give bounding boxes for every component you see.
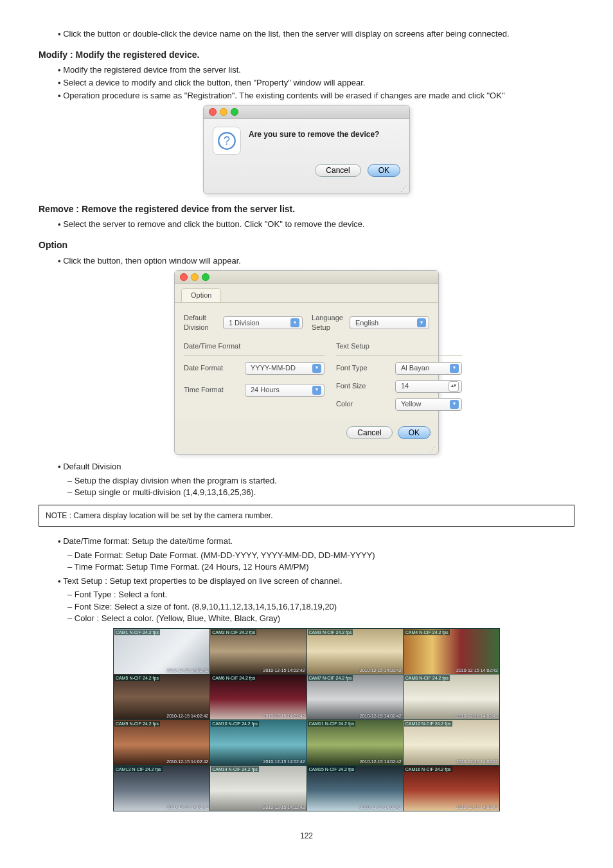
camera-label: CAM6 N-CIF 24.2 fps — [211, 675, 256, 681]
cancel-button[interactable]: Cancel — [346, 426, 392, 439]
resize-grip-icon[interactable]: ⋰ — [175, 446, 438, 455]
camera-cell[interactable]: CAM15 N-CIF 24.2 fps2010-12-15 14:02:42 — [307, 766, 403, 811]
language-value: English — [355, 318, 378, 328]
remove-dialog-text: Are you sure to remove the device? — [249, 127, 379, 140]
default-division-value: 1 Division — [229, 318, 260, 328]
resize-grip-icon[interactable]: ⋰ — [204, 185, 409, 194]
chevron-down-icon: ▾ — [417, 318, 426, 327]
time-format-value: 24 Hours — [251, 385, 280, 395]
remove-dialog-titlebar — [204, 105, 409, 119]
option-dialog-titlebar — [175, 271, 438, 284]
chevron-down-icon: ▾ — [312, 364, 321, 373]
camera-cell[interactable]: CAM16 N-CIF 24.2 fps2010-12-15 14:02:42 — [404, 766, 499, 811]
page-number: 122 — [39, 831, 574, 841]
camera-cell[interactable]: CAM1 N-CIF 24.2 fps2010-12-15 14:02:42 — [114, 629, 209, 674]
font-size-stepper[interactable]: 14▴▾ — [395, 380, 462, 393]
date-format-select[interactable]: YYYY-MM-DD▾ — [245, 362, 324, 375]
default-division-select[interactable]: 1 Division▾ — [223, 316, 303, 329]
zoom-icon[interactable] — [231, 108, 238, 116]
camera-timestamp: 2010-12-15 14:02:42 — [456, 667, 498, 673]
dtf-heading: Date/Time format: Setup the date/time fo… — [39, 536, 574, 547]
ts-sub3: Color : Select a color. (Yellow, Blue, W… — [67, 613, 574, 624]
camera-timestamp: 2010-12-15 14:02:42 — [263, 713, 305, 719]
chevron-down-icon: ▾ — [290, 318, 299, 327]
close-icon[interactable] — [180, 273, 188, 281]
dd-sub1: Setup the display division when the prog… — [67, 475, 574, 487]
camera-cell[interactable]: CAM5 N-CIF 24.2 fps2010-12-15 14:02:42 — [114, 674, 209, 719]
textsetup-b: Text Setup : Setup text properties to be… — [58, 575, 574, 587]
camera-cell[interactable]: CAM4 N-CIF 24.2 fps2010-12-15 14:02:42 — [404, 629, 499, 674]
color-select[interactable]: Yellow▾ — [395, 398, 462, 411]
option-dialog: Option Default Division 1 Division▾ Lang… — [174, 270, 439, 455]
modify-b3: Operation procedure is same as "Registra… — [58, 90, 574, 102]
color-value: Yellow — [401, 399, 421, 409]
date-time-format-label: Date/Time Format — [184, 341, 324, 351]
minimize-icon[interactable] — [220, 108, 227, 116]
camera-timestamp: 2010-12-15 14:02:42 — [456, 804, 498, 810]
chevron-down-icon: ▾ — [312, 386, 321, 395]
camera-label: CAM8 N-CIF 24.2 fps — [404, 675, 450, 681]
ok-button[interactable]: OK — [368, 164, 400, 177]
color-label: Color — [336, 399, 395, 409]
camera-cell[interactable]: CAM8 N-CIF 24.2 fps2010-12-15 14:02:42 — [404, 674, 499, 719]
camera-label: CAM5 N-CIF 24.2 fps — [114, 675, 160, 681]
camera-timestamp: 2010-12-15 14:02:42 — [263, 667, 305, 673]
camera-label: CAM12 N-CIF 24.2 fps — [404, 721, 452, 727]
time-format-select[interactable]: 24 Hours▾ — [245, 384, 324, 397]
camera-timestamp: 2010-12-15 14:02:42 — [360, 713, 402, 719]
camera-cell[interactable]: CAM6 N-CIF 24.2 fps2010-12-15 14:02:42 — [210, 674, 306, 719]
textsetup-sub: Font Type : Select a font. Font Size: Se… — [39, 589, 574, 624]
camera-cell[interactable]: CAM9 N-CIF 24.2 fps2010-12-15 14:02:42 — [114, 720, 209, 765]
option-tab[interactable]: Option — [181, 288, 221, 302]
camera-cell[interactable]: CAM7 N-CIF 24.2 fps2010-12-15 14:02:42 — [307, 674, 403, 719]
cancel-button[interactable]: Cancel — [315, 164, 360, 177]
font-type-select[interactable]: Al Bayan▾ — [395, 362, 462, 375]
modify-title: Modify : Modify the registered device. — [39, 49, 574, 61]
camera-timestamp: 2010-12-15 14:02:42 — [166, 804, 208, 810]
font-type-value: Al Bayan — [401, 363, 429, 373]
camera-cell[interactable]: CAM3 N-CIF 24.2 fps2010-12-15 14:02:42 — [307, 629, 403, 674]
camera-timestamp: 2010-12-15 14:02:42 — [360, 759, 402, 764]
font-size-label: Font Size — [336, 381, 395, 391]
minimize-icon[interactable] — [191, 273, 199, 281]
option-b1: Click the button, then option window wil… — [58, 255, 574, 267]
option-title: Option — [39, 239, 574, 251]
dtf-sub1: Date Format: Setup Date Format. (MM-DD-Y… — [67, 550, 574, 561]
date-format-value: YYYY-MM-DD — [251, 363, 296, 373]
camera-grid-figure: CAM1 N-CIF 24.2 fps2010-12-15 14:02:42CA… — [39, 628, 574, 811]
remove-title: Remove : Remove the registered device fr… — [39, 203, 574, 215]
camera-grid: CAM1 N-CIF 24.2 fps2010-12-15 14:02:42CA… — [113, 628, 500, 811]
camera-cell[interactable]: CAM11 N-CIF 24.2 fps2010-12-15 14:02:42 — [307, 720, 403, 765]
camera-cell[interactable]: CAM12 N-CIF 24.2 fps2010-12-15 14:02:42 — [404, 720, 499, 765]
option-dialog-figure: Option Default Division 1 Division▾ Lang… — [39, 270, 574, 455]
camera-timestamp: 2010-12-15 14:02:42 — [263, 759, 305, 764]
zoom-icon[interactable] — [202, 273, 209, 281]
dtf-sub: Date Format: Setup Date Format. (MM-DD-Y… — [39, 550, 574, 573]
camera-label: CAM10 N-CIF 24.2 fps — [211, 721, 259, 727]
camera-timestamp: 2010-12-15 14:02:42 — [360, 804, 402, 810]
camera-cell[interactable]: CAM13 N-CIF 24.2 fps2010-12-15 14:02:42 — [114, 766, 209, 811]
ts-sub1: Font Type : Select a font. — [67, 589, 574, 601]
svg-text:?: ? — [224, 134, 230, 147]
camera-cell[interactable]: CAM10 N-CIF 24.2 fps2010-12-15 14:02:42 — [210, 720, 306, 765]
camera-cell[interactable]: CAM14 N-CIF 24.2 fps2010-12-15 14:02:42 — [210, 766, 306, 811]
language-select[interactable]: English▾ — [350, 316, 429, 329]
camera-cell[interactable]: CAM2 N-CIF 24.2 fps2010-12-15 14:02:42 — [210, 629, 306, 674]
ok-button[interactable]: OK — [398, 426, 431, 439]
default-division-b: Default Division — [58, 461, 574, 473]
remove-bullets: Select the server to remove and click th… — [39, 219, 574, 230]
time-format-label: Time Format — [184, 385, 245, 395]
camera-label: CAM4 N-CIF 24.2 fps — [404, 629, 450, 635]
camera-timestamp: 2010-12-15 14:02:42 — [166, 759, 208, 764]
note-box: NOTE : Camera display location will be s… — [39, 505, 574, 527]
modify-bullets: Modify the registered device from the se… — [39, 64, 574, 101]
remove-b1: Select the server to remove and click th… — [58, 219, 574, 230]
font-size-value: 14 — [401, 381, 409, 391]
close-icon[interactable] — [209, 108, 217, 116]
language-label: Language Setup — [312, 313, 350, 332]
date-format-label: Date Format — [184, 363, 245, 373]
camera-label: CAM9 N-CIF 24.2 fps — [114, 721, 160, 727]
camera-timestamp: 2010-12-15 14:02:42 — [166, 667, 208, 673]
question-icon: ? — [213, 127, 241, 155]
ts-sub2: Font Size: Select a size of font. (8,9,1… — [67, 601, 574, 613]
